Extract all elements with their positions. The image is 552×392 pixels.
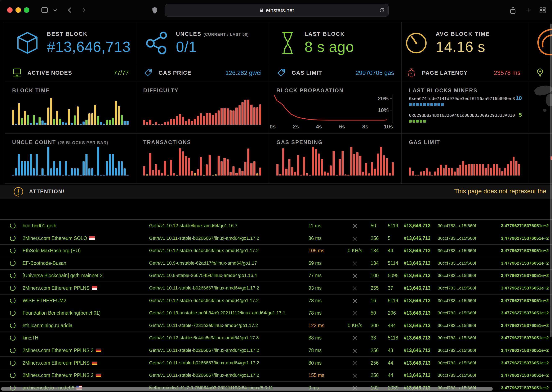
gas-spending-chart (276, 147, 394, 175)
block-hash[interactable]: 30ccf783...c15f660f (438, 269, 476, 281)
block-number[interactable]: #13,646,713 (404, 245, 430, 257)
block-number[interactable]: #13,646,713 (404, 307, 430, 319)
chart-bar (232, 166, 235, 175)
node-status (9, 235, 16, 242)
node-name[interactable]: Foundation Benchmarking(bench01) (23, 307, 100, 319)
new-tab-icon[interactable] (525, 7, 531, 14)
chart-bar (197, 116, 199, 125)
chart-bar (38, 175, 41, 175)
latency-value: 78 ms (308, 294, 322, 307)
node-name[interactable]: bce-bnd01-geth (23, 220, 56, 232)
y-tick-label: 10% (378, 107, 389, 114)
chart-bar (94, 105, 96, 125)
node-name[interactable]: [Universa Blockchain] geth-mainnet-2 (23, 269, 103, 281)
block-hash[interactable]: 30ccf783...c15f660f (438, 282, 476, 294)
chart-bar (490, 168, 492, 175)
block-number[interactable]: #13,646,713 (404, 232, 430, 244)
address-bar[interactable]: ethstats.net (165, 4, 389, 16)
node-name[interactable]: 2Miners.com Ethereum PPLNS (23, 282, 97, 294)
block-number[interactable]: #13,646,713 (404, 344, 430, 357)
node-name[interactable]: kinΞTH (23, 332, 38, 344)
close-button[interactable] (7, 7, 13, 13)
flag-de-icon (96, 348, 101, 352)
pending-count: 5119 (388, 294, 398, 307)
chart-bar (127, 175, 129, 175)
horizontal-scrollbar[interactable] (1, 387, 493, 391)
node-name[interactable]: eth.icanmining.ru aridia (23, 319, 72, 332)
block-hash[interactable]: 30ccf783...c15f660f (438, 294, 476, 307)
privacy-shield-icon[interactable] (152, 7, 158, 14)
chart-bar (282, 148, 284, 175)
node-name[interactable]: EF-Bootnode-Busan (23, 257, 66, 269)
table-row: [Universa Blockchain] geth-mainnet-2Geth… (0, 269, 552, 282)
chart-bar (123, 121, 126, 125)
miner-address[interactable]: 0xea674fdde714fd979de3edf0f56aa9716b898e… (409, 96, 515, 101)
block-number[interactable]: #13,646,713 (404, 220, 430, 232)
chart-bar (197, 169, 199, 175)
chart-bar (152, 170, 154, 175)
cube-icon (15, 30, 40, 56)
block-number[interactable]: #13,646,713 (404, 357, 430, 369)
latency-value: 122 ms (308, 319, 324, 332)
sidebar-toggle-icon[interactable] (41, 7, 49, 14)
miner-address[interactable]: 0x829BD824B016326A401d083B33D092293333A8… (409, 113, 515, 118)
node-name[interactable]: 2Miners.com Ethereum SOLO (23, 232, 95, 244)
block-number[interactable]: #13,646,713 (404, 269, 430, 281)
block-number[interactable]: #13,646,713 (404, 369, 430, 381)
chart-bar (368, 173, 370, 175)
chart-bar (118, 106, 120, 125)
transactions-chart (143, 147, 261, 175)
tab-overview-icon[interactable] (539, 7, 546, 14)
mining-status (345, 332, 365, 344)
y-tick (390, 110, 392, 111)
block-hash[interactable]: 30ccf783...c15f660f (438, 245, 476, 257)
block-square (427, 103, 430, 106)
node-name[interactable]: 2Miners.com Ethereum PPLNS 3 (23, 344, 101, 357)
chart-bar (291, 167, 293, 175)
block-number[interactable]: #13,646,713 (404, 294, 430, 307)
block-hash[interactable]: 30ccf783...c15f660f (438, 369, 476, 381)
block-hash[interactable]: 30ccf783...c15f660f (438, 319, 476, 332)
peers-count: 256 (371, 357, 379, 369)
block-hash[interactable]: 30ccf783...c15f660f (438, 332, 476, 344)
node-name[interactable]: 2Miners.com Ethereum PPLNS (23, 357, 97, 369)
pending-count: 44 (388, 357, 393, 369)
node-name[interactable]: WISE-ETHEREUM2 (23, 294, 66, 307)
block-hash[interactable]: 30ccf783...c15f660f (438, 257, 476, 269)
reload-icon[interactable] (379, 7, 385, 13)
forward-button-icon[interactable] (81, 7, 87, 14)
client-version: Geth/v1.10.11-stable-b0266667/linux-amd6… (149, 282, 259, 294)
minimize-button[interactable] (15, 7, 21, 13)
block-hash[interactable]: 30ccf783...c15f660f (438, 307, 476, 319)
node-name[interactable]: 2Miners.com Ethereum PPLNS 2 (23, 369, 101, 381)
chevron-down-icon[interactable] (53, 9, 57, 12)
block-hash[interactable]: 30ccf783...c15f660f (438, 357, 476, 369)
block-number[interactable]: #13,646,713 (404, 282, 430, 294)
chart-bar (374, 168, 376, 175)
chart-bar (164, 161, 166, 175)
block-number[interactable]: #13,646,713 (404, 257, 430, 269)
stat-value: 0/1 (176, 38, 249, 55)
node-name[interactable]: EthSolo.MaxHash.org (EU) (23, 245, 81, 257)
chart-bar (179, 114, 181, 125)
flag-sg-icon (92, 286, 97, 290)
back-button-icon[interactable] (67, 7, 73, 14)
url-text: ethstats.net (266, 7, 294, 14)
difficulty-value: 3.477962715376051e+2 (501, 232, 549, 244)
block-hash[interactable]: 30ccf783...c15f660f (438, 232, 476, 244)
share-icon[interactable] (509, 7, 516, 14)
chart-bar (487, 164, 489, 175)
chart-bar (56, 111, 58, 125)
latency-value: 77 ms (308, 269, 322, 281)
block-hash[interactable]: 30ccf783...c15f660f (438, 344, 476, 357)
chart-bar (285, 168, 287, 175)
block-hash[interactable]: 30ccf783...c15f660f (438, 220, 476, 232)
block-number[interactable]: #13,646,713 (404, 319, 430, 332)
block-number[interactable]: #13,646,713 (404, 332, 430, 344)
chart-bar (371, 162, 373, 175)
zoom-button[interactable] (24, 7, 29, 13)
chart-bar (146, 175, 148, 175)
chart-bar (218, 111, 220, 125)
chart-bar (121, 161, 123, 176)
vertical-scrollbar[interactable] (550, 23, 552, 337)
